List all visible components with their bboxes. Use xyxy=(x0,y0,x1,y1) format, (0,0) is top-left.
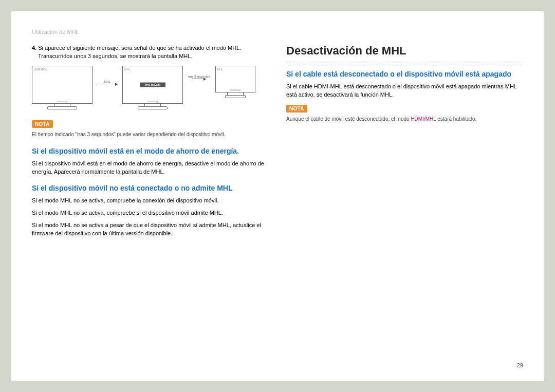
monitor-2-popup: MHL activado xyxy=(140,82,165,87)
divider xyxy=(286,62,523,62)
nota-text-2: Aunque el cable de móvil esté desconecta… xyxy=(286,116,523,123)
nota2-pre: Aunque el cable de móvil esté desconecta… xyxy=(286,116,411,122)
monitor-1-brand: samsung xyxy=(57,100,67,103)
heading-cable-off: Si el cable está desconectado o el dispo… xyxy=(286,69,523,79)
nota-badge-2: NOTA xyxy=(286,105,307,113)
item-4-line2: Transcurridos unos 3 segundos, se mostra… xyxy=(38,53,192,59)
item-4-number: 4. xyxy=(32,45,36,51)
para-noconn-2: Si el modo MHL no se activa, compruebe s… xyxy=(32,209,269,217)
para-noconn-3: Si el modo MHL no se activa a pesar de q… xyxy=(32,221,269,238)
monitor-1: HDMI/MHL samsung xyxy=(32,66,92,109)
monitor-2-label: MHL xyxy=(124,68,181,71)
nota2-magenta: HDMI/MH xyxy=(411,116,433,122)
para-cable-off: Si el cable HDMI-MHL está desconectado o… xyxy=(286,83,523,99)
arrow-1-label: MHL xyxy=(104,80,111,84)
nota-badge-1: NOTA xyxy=(32,120,53,128)
item-4: 4. Si aparece el siguiente mensaje, será… xyxy=(32,44,269,61)
arrow-2: tras 3 segundos xyxy=(188,75,210,80)
breadcrumb-header: Utilización de MHL xyxy=(32,29,523,35)
nota-text-1: El tiempo indicado "tras 3 segundos" pue… xyxy=(32,131,269,138)
monitor-2: MHL MHL activado samsung xyxy=(122,66,183,109)
heading-energy: Si el dispositivo móvil está en el modo … xyxy=(32,146,269,156)
heading-deactivation: Desactivación de MHL xyxy=(286,44,523,58)
heading-noconn: Si el dispositivo móvil no está conectad… xyxy=(32,183,269,193)
arrow-2-label: tras 3 segundos xyxy=(188,75,210,79)
monitor-3: MHL samsung xyxy=(215,66,255,98)
monitor-3-brand: samsung xyxy=(230,88,240,91)
monitor-2-brand: samsung xyxy=(147,100,158,103)
monitors-diagram: HDMI/MHL samsung MHL MHL MHL activado xyxy=(32,66,269,109)
page-number: 29 xyxy=(517,362,523,368)
monitor-3-label: MHL xyxy=(217,68,253,71)
arrow-1: MHL xyxy=(98,80,117,85)
para-noconn-1: Si el modo MHL no se activa, compruebe l… xyxy=(32,197,269,205)
monitor-1-label: HDMI/MHL xyxy=(34,68,90,71)
item-4-line1: Si aparece el siguiente mensaje, será se… xyxy=(38,45,241,51)
para-energy: Si el dispositivo móvil está en el modo … xyxy=(32,160,269,176)
nota2-post: L estará habilitado. xyxy=(433,116,476,122)
